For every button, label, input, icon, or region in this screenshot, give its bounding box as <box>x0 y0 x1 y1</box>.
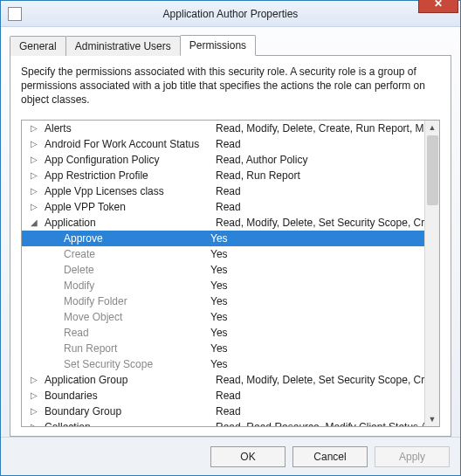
permission-value: Read, Author Policy <box>216 152 424 168</box>
ok-button[interactable]: OK <box>210 446 286 467</box>
permission-value: Yes <box>210 246 424 262</box>
permission-name: Apple Vpp Licenses class <box>45 183 216 199</box>
permission-name: Approve <box>64 231 210 246</box>
permission-name: Apple VPP Token <box>45 199 216 215</box>
permission-value: Yes <box>210 309 424 325</box>
expand-icon[interactable]: ▷ <box>29 183 39 199</box>
permission-value: Read <box>216 388 424 404</box>
permission-value: Yes <box>210 293 424 309</box>
tree-row[interactable]: ReadYes <box>22 325 424 341</box>
permission-value: Read, Read Resource, Modify Client Statu… <box>216 419 424 426</box>
tree-row[interactable]: ApproveYes <box>22 231 424 246</box>
permission-name: Alerts <box>45 121 216 136</box>
permission-name: Read <box>64 325 210 341</box>
permission-name: Create <box>64 246 210 262</box>
tree-row[interactable]: ▷BoundariesRead <box>22 388 424 404</box>
permission-name: Modify <box>64 278 210 293</box>
permission-name: Run Report <box>64 341 210 356</box>
permissions-tree-container: ▷AlertsRead, Modify, Delete, Create, Run… <box>21 120 440 427</box>
permission-name: Move Object <box>64 309 210 325</box>
expand-icon[interactable]: ▷ <box>29 136 39 152</box>
permission-value: Read, Modify, Delete, Create, Run Report… <box>216 121 424 136</box>
tab-permissions[interactable]: Permissions <box>180 35 256 56</box>
expand-icon[interactable]: ▷ <box>29 404 39 419</box>
permission-value: Read <box>216 404 424 419</box>
tree-row[interactable]: ▷CollectionRead, Read Resource, Modify C… <box>22 419 424 426</box>
tree-row[interactable]: Modify FolderYes <box>22 293 424 309</box>
tree-row[interactable]: CreateYes <box>22 246 424 262</box>
permission-name: Application <box>45 215 216 231</box>
permission-value: Yes <box>210 325 424 341</box>
permission-value: Read <box>216 183 424 199</box>
permissions-tree[interactable]: ▷AlertsRead, Modify, Delete, Create, Run… <box>22 121 424 426</box>
button-bar: OK Cancel Apply <box>1 437 460 475</box>
chevron-up-icon: ▲ <box>429 123 437 132</box>
close-button[interactable]: ✕ <box>418 0 458 13</box>
tree-row[interactable]: ▷Boundary GroupRead <box>22 404 424 419</box>
tab-administrative-users[interactable]: Administrative Users <box>65 36 181 56</box>
client-area: General Administrative Users Permissions… <box>1 27 460 437</box>
permission-name: App Configuration Policy <box>45 152 216 168</box>
permission-value: Yes <box>210 341 424 356</box>
permission-name: Boundaries <box>45 388 216 404</box>
tree-row[interactable]: ▷Apple Vpp Licenses classRead <box>22 183 424 199</box>
scroll-track[interactable] <box>425 135 440 411</box>
tab-panel-permissions: Specify the permissions associated with … <box>10 55 451 437</box>
window-title: Application Author Properties <box>1 8 460 20</box>
tree-row[interactable]: ▷App Restriction ProfileRead, Run Report <box>22 168 424 183</box>
tree-row[interactable]: ▷Android For Work Account StatusRead <box>22 136 424 152</box>
titlebar[interactable]: Application Author Properties ✕ <box>1 1 460 27</box>
permission-name: Delete <box>64 262 210 278</box>
permission-value: Yes <box>210 356 424 372</box>
permission-value: Yes <box>210 231 424 246</box>
tab-strip: General Administrative Users Permissions <box>10 34 451 55</box>
tree-row[interactable]: Run ReportYes <box>22 341 424 356</box>
permission-name: App Restriction Profile <box>45 168 216 183</box>
tree-row[interactable]: Move ObjectYes <box>22 309 424 325</box>
scroll-down-button[interactable]: ▼ <box>425 411 440 426</box>
scroll-up-button[interactable]: ▲ <box>425 121 440 135</box>
tree-row[interactable]: ModifyYes <box>22 278 424 293</box>
tree-row[interactable]: ▷App Configuration PolicyRead, Author Po… <box>22 152 424 168</box>
expand-icon[interactable]: ▷ <box>29 372 39 388</box>
expand-icon[interactable]: ▷ <box>29 199 39 215</box>
tab-general[interactable]: General <box>10 36 66 56</box>
description-text: Specify the permissions associated with … <box>21 65 440 107</box>
permission-value: Read <box>216 136 424 152</box>
scroll-thumb[interactable] <box>427 135 438 205</box>
permission-value: Read, Modify, Delete, Set Security Scope… <box>216 372 424 388</box>
permission-name: Collection <box>45 419 216 426</box>
tree-row[interactable]: ▷AlertsRead, Modify, Delete, Create, Run… <box>22 121 424 136</box>
vertical-scrollbar[interactable]: ▲ ▼ <box>424 121 439 426</box>
chevron-down-icon: ▼ <box>429 415 437 424</box>
apply-button: Apply <box>375 446 450 467</box>
tree-row[interactable]: Set Security ScopeYes <box>22 356 424 372</box>
close-icon: ✕ <box>434 0 443 10</box>
permission-name: Boundary Group <box>45 404 216 419</box>
expand-icon[interactable]: ▷ <box>29 121 39 136</box>
expand-icon[interactable]: ▷ <box>29 168 39 183</box>
expand-icon[interactable]: ▷ <box>29 388 39 404</box>
permission-value: Yes <box>210 278 424 293</box>
cancel-button[interactable]: Cancel <box>292 446 368 467</box>
permission-name: Application Group <box>45 372 216 388</box>
dialog-window: Application Author Properties ✕ General … <box>0 0 461 476</box>
tree-row[interactable]: ▷Application GroupRead, Modify, Delete, … <box>22 372 424 388</box>
tree-row[interactable]: ▷Apple VPP TokenRead <box>22 199 424 215</box>
permission-value: Yes <box>210 262 424 278</box>
tree-row[interactable]: ◢ApplicationRead, Modify, Delete, Set Se… <box>22 215 424 231</box>
tree-row[interactable]: DeleteYes <box>22 262 424 278</box>
permission-name: Modify Folder <box>64 293 210 309</box>
permission-value: Read, Run Report <box>216 168 424 183</box>
permission-value: Read, Modify, Delete, Set Security Scope… <box>216 215 424 231</box>
permission-value: Read <box>216 199 424 215</box>
permission-name: Set Security Scope <box>64 356 210 372</box>
permission-name: Android For Work Account Status <box>45 136 216 152</box>
collapse-icon[interactable]: ◢ <box>29 215 39 231</box>
expand-icon[interactable]: ▷ <box>29 419 39 426</box>
expand-icon[interactable]: ▷ <box>29 152 39 168</box>
